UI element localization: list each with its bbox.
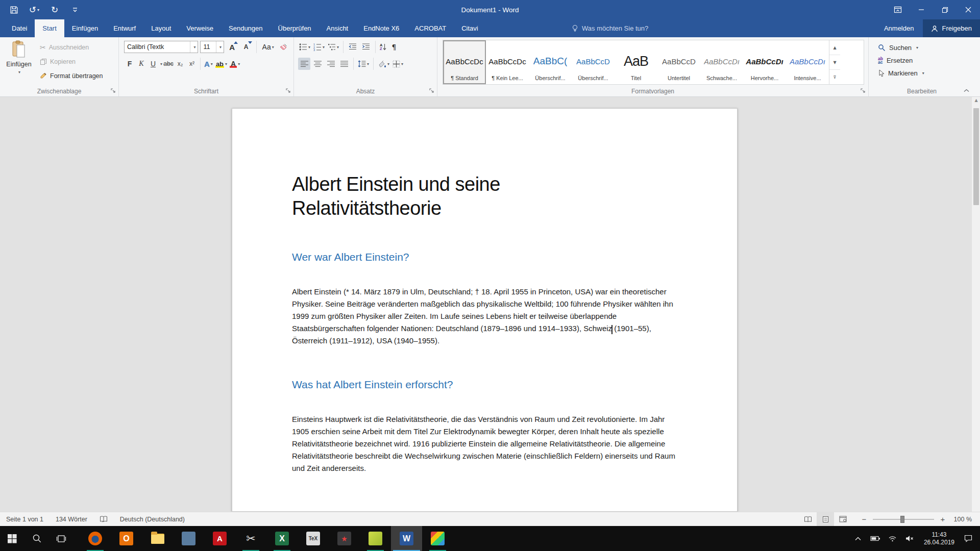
style-ueberschrift-1[interactable]: AaBbC( Überschrif...	[529, 40, 572, 84]
font-size-combobox[interactable]: 11▾	[200, 41, 224, 53]
word-count-status[interactable]: 134 Wörter	[50, 512, 93, 527]
sign-in-button[interactable]: Anmelden	[875, 19, 923, 37]
bullets-button[interactable]: ▾	[298, 41, 311, 53]
underline-button[interactable]: U	[148, 58, 159, 70]
tab-sendungen[interactable]: Sendungen	[221, 19, 271, 37]
taskbar-app-colorful-icon[interactable]	[422, 526, 453, 551]
taskbar-tex-icon[interactable]: TeX	[298, 526, 329, 551]
copy-button[interactable]: Kopieren	[38, 56, 105, 68]
styles-more-icon[interactable]: ⊽	[829, 70, 840, 84]
proofing-status[interactable]	[93, 512, 114, 527]
zoom-in-icon[interactable]: +	[937, 515, 948, 523]
language-status[interactable]: Deutsch (Deutschland)	[114, 512, 191, 527]
action-center-icon[interactable]	[961, 527, 976, 551]
superscript-button[interactable]: x²	[186, 58, 198, 70]
style-untertitel[interactable]: AaBbCcD Untertitel	[657, 40, 700, 84]
tab-verweise[interactable]: Verweise	[179, 19, 221, 37]
sort-button[interactable]: A Z	[379, 41, 387, 53]
style-schwache-hervorhebung[interactable]: AaBbCcDı Schwache...	[700, 40, 743, 84]
select-button[interactable]: Markieren▾	[876, 67, 975, 80]
change-case-button[interactable]: Aa▾	[261, 41, 276, 53]
shrink-font-button[interactable]: A	[240, 41, 252, 53]
taskbar-file-explorer-icon[interactable]	[142, 526, 173, 551]
zoom-out-icon[interactable]: −	[859, 515, 870, 523]
zoom-slider-thumb[interactable]	[900, 516, 904, 523]
taskbar-app-orange-icon[interactable]: O	[111, 526, 142, 551]
clipboard-dialog-launcher[interactable]	[110, 87, 117, 94]
taskbar-app-blue-icon[interactable]	[173, 526, 204, 551]
styles-scroll-down-icon[interactable]: ▼	[829, 55, 840, 70]
print-layout-icon[interactable]	[817, 512, 834, 527]
vertical-scrollbar[interactable]: ▲	[971, 97, 980, 512]
style-kein-leerraum[interactable]: AaBbCcDc ¶ Kein Lee...	[486, 40, 529, 84]
numbering-button[interactable]: 1 2 3 ▾	[312, 41, 326, 53]
undo-icon[interactable]: ↺▾	[28, 2, 41, 17]
tab-layout[interactable]: Layout	[143, 19, 179, 37]
taskbar-clock[interactable]: 11:43 26.04.2019	[920, 527, 959, 551]
collapse-ribbon-icon[interactable]	[962, 86, 971, 94]
paste-button[interactable]: Einfügen ▾	[3, 40, 35, 82]
paragraph-dialog-launcher[interactable]	[428, 87, 435, 94]
taskbar-firefox-icon[interactable]	[80, 526, 111, 551]
zoom-level[interactable]: 100 %	[951, 516, 980, 523]
replace-button[interactable]: abac Ersetzen	[876, 54, 975, 67]
text-effects-button[interactable]: A▾	[203, 58, 214, 70]
read-mode-icon[interactable]	[799, 512, 817, 527]
network-icon[interactable]	[885, 527, 900, 551]
task-view-icon[interactable]	[49, 526, 74, 551]
taskbar-app-yellow-icon[interactable]	[360, 526, 391, 551]
decrease-indent-button[interactable]	[347, 41, 359, 53]
restore-icon[interactable]	[933, 0, 957, 19]
customize-qat-icon[interactable]	[68, 2, 82, 17]
close-icon[interactable]	[957, 0, 980, 19]
shading-button[interactable]: ▾	[377, 58, 390, 70]
taskbar-app-dark-icon[interactable]: ★	[329, 526, 360, 551]
styles-dialog-launcher[interactable]	[860, 87, 867, 94]
page-count-status[interactable]: Seite 1 von 1	[0, 512, 50, 527]
italic-button[interactable]: K	[136, 58, 147, 70]
style-standard[interactable]: AaBbCcDc ¶ Standard	[443, 40, 486, 84]
clear-formatting-button[interactable]	[278, 41, 289, 53]
cut-button[interactable]: ✂ Ausschneiden	[38, 41, 105, 54]
tell-me-box[interactable]: Was möchten Sie tun?	[572, 19, 648, 37]
web-layout-icon[interactable]	[834, 512, 851, 527]
tab-ueberpruefen[interactable]: Überprüfen	[271, 19, 319, 37]
scrollbar-thumb[interactable]	[973, 108, 979, 205]
tab-entwurf[interactable]: Entwurf	[106, 19, 143, 37]
share-button[interactable]: Freigeben	[923, 19, 980, 37]
document-page[interactable]: Albert Einstein und seine Relativitätsth…	[232, 108, 738, 512]
font-name-combobox[interactable]: Calibri (Textk▾	[124, 41, 198, 53]
taskbar-search-icon[interactable]	[24, 526, 49, 551]
tab-citavi[interactable]: Citavi	[454, 19, 486, 37]
justify-button[interactable]	[338, 58, 350, 70]
start-button[interactable]	[0, 526, 24, 551]
redo-icon[interactable]: ↻	[48, 2, 61, 17]
grow-font-button[interactable]: A	[226, 41, 238, 53]
increase-indent-button[interactable]	[360, 41, 372, 53]
font-dialog-launcher[interactable]	[285, 87, 292, 94]
underline-dropdown-arrow[interactable]: ▾	[160, 62, 162, 66]
save-icon[interactable]	[7, 2, 20, 17]
text-highlight-button[interactable]: ab▾	[214, 58, 228, 70]
taskbar-acrobat-icon[interactable]: A	[204, 526, 235, 551]
style-titel[interactable]: AaB Titel	[615, 40, 657, 84]
style-hervorhebung[interactable]: AaBbCcDı Hervorhe...	[743, 40, 786, 84]
tab-einfuegen[interactable]: Einfügen	[64, 19, 106, 37]
minimize-icon[interactable]	[910, 0, 933, 19]
volume-muted-icon[interactable]	[902, 527, 918, 551]
subscript-button[interactable]: x₂	[175, 58, 186, 70]
taskbar-word-icon[interactable]: W	[391, 526, 422, 551]
format-painter-button[interactable]: Format übertragen	[38, 70, 105, 82]
styles-scroll-up-icon[interactable]: ▲	[829, 40, 840, 55]
bold-button[interactable]: F	[124, 58, 135, 70]
show-formatting-marks-button[interactable]: ¶	[388, 41, 399, 53]
align-left-button[interactable]	[298, 58, 310, 70]
multilevel-list-button[interactable]: ▾	[327, 41, 340, 53]
ribbon-display-options-icon[interactable]	[886, 0, 910, 19]
font-color-button[interactable]: A▾	[229, 58, 241, 70]
show-hidden-icons-chevron[interactable]	[850, 527, 866, 551]
tab-start[interactable]: Start	[35, 19, 64, 37]
taskbar-excel-icon[interactable]: X	[266, 526, 298, 551]
borders-button[interactable]: ▾	[391, 58, 404, 70]
taskbar-snipping-tool-icon[interactable]: ✂	[235, 526, 266, 551]
